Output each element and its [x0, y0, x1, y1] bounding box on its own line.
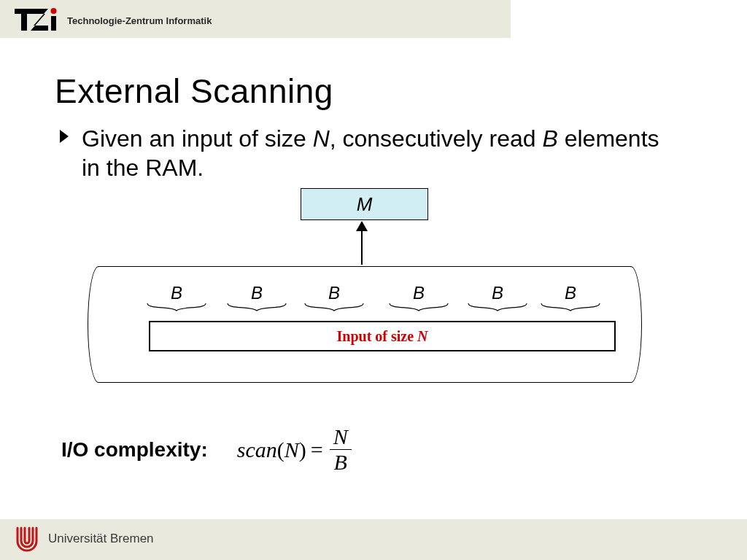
equals-sign: =: [311, 438, 323, 462]
slide-title: External Scanning: [55, 71, 333, 111]
b-item: B: [467, 283, 528, 312]
complexity-row: I/O complexity: scan(N)= N B: [61, 426, 352, 473]
svg-point-3: [51, 8, 57, 14]
b-label: B: [226, 283, 287, 303]
brace-icon: [467, 302, 528, 312]
paren-close: ): [299, 438, 306, 462]
tzi-logo-icon: [15, 7, 61, 34]
input-label-var: N: [417, 328, 427, 344]
bullet-var-N: N: [313, 125, 330, 152]
bullet-text: Given an input of size N, consecutively …: [82, 124, 674, 182]
formula-arg: N: [285, 438, 299, 462]
header-org-text: Technologie-Zentrum Informatik: [67, 15, 212, 26]
uni-logo: Universität Bremen: [13, 525, 154, 553]
b-label: B: [146, 283, 207, 303]
fraction: N B: [329, 426, 352, 473]
brace-icon: [146, 302, 207, 312]
brace-icon: [303, 302, 365, 312]
uni-text: Universität Bremen: [48, 532, 154, 546]
fraction-numerator: N: [329, 426, 352, 449]
svg-rect-2: [51, 16, 56, 31]
input-bar: Input of size N: [149, 321, 616, 351]
b-label: B: [388, 283, 449, 303]
uni-logo-icon: [13, 525, 41, 553]
brace-icon: [226, 302, 287, 312]
paren-open: (: [277, 438, 285, 462]
b-item: B: [303, 283, 365, 312]
bullet-var-B: B: [542, 125, 557, 152]
b-label: B: [540, 283, 601, 303]
tzi-logo: Technologie-Zentrum Informatik: [15, 7, 212, 34]
slide-page: Technologie-Zentrum Informatik External …: [0, 0, 747, 560]
b-item: B: [226, 283, 287, 312]
b-item: B: [146, 283, 207, 312]
formula-fn: scan: [237, 438, 277, 462]
b-label: B: [467, 283, 528, 303]
b-item: B: [388, 283, 449, 312]
fraction-denominator: B: [330, 449, 352, 473]
b-labels-row: B B B B B B: [146, 283, 613, 319]
brace-icon: [540, 302, 601, 312]
input-bar-text: Input of size N: [336, 328, 427, 344]
arrow-up-icon: [361, 222, 363, 265]
input-label-prefix: Input of size: [336, 328, 417, 344]
bullet-seg-2: , consecutively read: [330, 125, 543, 152]
svg-rect-1: [21, 9, 27, 31]
ram-box: M: [301, 188, 428, 220]
complexity-formula: scan(N)= N B: [237, 426, 352, 473]
brace-icon: [388, 302, 449, 312]
complexity-label: I/O complexity:: [61, 438, 208, 462]
bullet-seg-1: Given an input of size: [82, 125, 313, 152]
b-item: B: [540, 283, 601, 312]
b-label: B: [303, 283, 365, 303]
bullet-arrow-icon: [60, 130, 69, 143]
bullet-item: Given an input of size N, consecutively …: [61, 124, 674, 182]
